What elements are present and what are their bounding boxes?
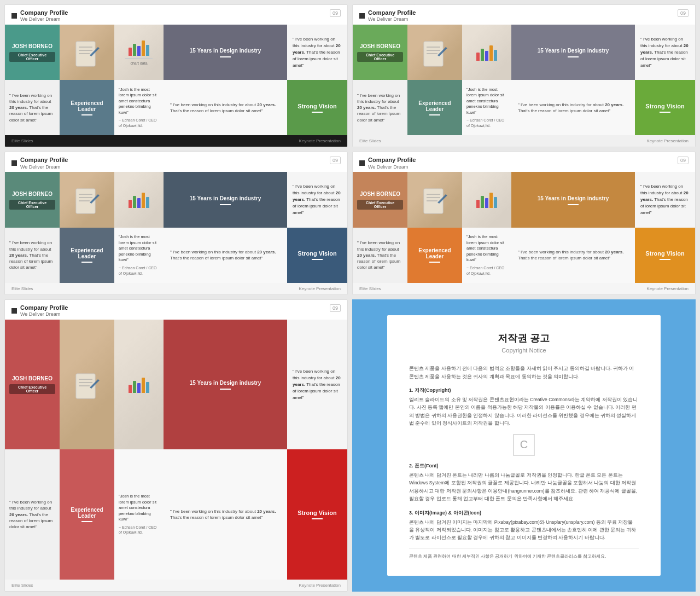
person-name-3: JOSH BORNEO bbox=[12, 190, 52, 198]
mini-chart-4 bbox=[476, 192, 497, 208]
mini-chart-3 bbox=[129, 192, 149, 208]
footer-left-4: Elite Slides bbox=[359, 286, 381, 291]
slide-header-4: Company Profile We Deliver Dream 09 bbox=[353, 152, 695, 172]
hand-writing-icon-3 bbox=[73, 183, 101, 216]
slide-content-2: JOSH BORNEO Chief Executive Officer bbox=[353, 25, 695, 136]
person-cell-5: JOSH BORNEO Chief Executive Officer bbox=[5, 320, 60, 450]
slide-titles-4: Company Profile We Deliver Dream bbox=[368, 157, 416, 170]
photo-charts-5 bbox=[114, 320, 164, 450]
slide-number-1: 09 bbox=[330, 9, 341, 17]
copyright-title-en: Copyright Notice bbox=[409, 347, 639, 354]
footer-right-1: Keynote Presentation bbox=[299, 138, 341, 143]
years-label-3: 15 Years in Design industry bbox=[190, 195, 261, 202]
person-title-3: Chief Executive Officer bbox=[9, 200, 55, 210]
slide-icon-4 bbox=[359, 160, 365, 166]
copyright-title-kr: 저작권 공고 bbox=[409, 332, 639, 345]
quote-bot-5: " I've been working on this industry for… bbox=[5, 449, 60, 580]
slide-subtitle-2: We Deliver Dream bbox=[368, 16, 416, 22]
strong-vision-label-3: Strong Vision bbox=[298, 250, 336, 257]
quote-author-5: ~ Echsan Coret / CEO of Ojokuwi,ltd. bbox=[119, 525, 159, 536]
copyright-s3-title: 3. 이미지(Image) & 아이콘(Icon) bbox=[409, 510, 639, 517]
slide-content-5: JOSH BORNEO Chief Executive Officer bbox=[5, 320, 347, 580]
experienced-cell-3: Experienced Leader bbox=[60, 228, 114, 283]
years-label-4: 15 Years in Design industry bbox=[538, 195, 609, 202]
slide-5: Company Profile We Deliver Dream 09 JOSH… bbox=[4, 299, 348, 592]
slide-2: Company Profile We Deliver Dream 09 JOSH… bbox=[352, 4, 696, 147]
slide-4: Company Profile We Deliver Dream 09 JOSH… bbox=[352, 152, 696, 295]
footer-left-1: Elite Slides bbox=[11, 138, 33, 143]
slide-subtitle-4: We Deliver Dream bbox=[368, 164, 416, 170]
copyright-logo: C bbox=[513, 434, 535, 456]
person-title-2: Chief Executive Officer bbox=[357, 52, 403, 62]
slide-content-4: JOSH BORNEO Chief Executive Officer bbox=[353, 172, 695, 283]
slide-title-5: Company Profile bbox=[20, 304, 68, 311]
strong-vision-cell-3: Strong Vision bbox=[287, 228, 347, 283]
quote-main-cell-4: " I've been working on this industry for… bbox=[635, 172, 695, 227]
copyright-s1-title: 1. 저작(Copyright) bbox=[409, 387, 639, 394]
slide-number-2: 09 bbox=[678, 9, 689, 17]
quote-main-cell-5: " I've been working on this industry for… bbox=[287, 320, 347, 450]
photo-hand-3 bbox=[60, 172, 114, 227]
slide-header-left-4: Company Profile We Deliver Dream bbox=[359, 157, 416, 170]
quote-main-1: " I've been working on this industry for… bbox=[293, 36, 342, 69]
quote-main-2: " I've been working on this industry for… bbox=[640, 36, 690, 69]
footer-right-4: Keynote Presentation bbox=[647, 286, 689, 291]
person-cell-3: JOSH BORNEO Chief Executive Officer bbox=[5, 172, 60, 227]
slide-grid-2: JOSH BORNEO Chief Executive Officer bbox=[353, 25, 695, 136]
person-cell-1: JOSH BORNEO Chief Executive Officer bbox=[5, 25, 60, 80]
footer-left-3: Elite Slides bbox=[11, 286, 33, 291]
quote-bot-4: " I've been working on this industry for… bbox=[353, 228, 407, 283]
experienced-label-2: Experienced Leader bbox=[412, 100, 458, 112]
slide-footer-3: Elite Slides Keynote Presentation bbox=[5, 283, 347, 294]
slide-icon-3 bbox=[11, 160, 17, 166]
slide-titles-5: Company Profile We Deliver Dream bbox=[20, 304, 68, 317]
slide-subtitle-3: We Deliver Dream bbox=[20, 164, 68, 170]
years-cell-2: 15 Years in Design industry bbox=[511, 25, 635, 80]
copyright-s1-body: 엘리트 슬라이드의 소유 및 저작권은 콘텐츠표현이라는 Creative Co… bbox=[409, 396, 639, 427]
copyright-section-2: 2. 폰트(Font) 콘텐츠 내에 담겨진 폰트는 내리만 나름의 나눔글꼴로… bbox=[409, 462, 639, 503]
footer-right-2: Keynote Presentation bbox=[647, 138, 689, 143]
years-cell-3: 15 Years in Design industry bbox=[164, 172, 287, 227]
copyright-footer: 콘텐츠 제품 관련하여 대한 세부적인 사항은 공개하기 위하여에 기재한 콘텐… bbox=[409, 548, 639, 559]
photo-charts-4 bbox=[462, 172, 511, 227]
slide-icon-5 bbox=[11, 308, 17, 314]
slide-grid-3: JOSH BORNEO Chief Executive Officer bbox=[5, 172, 347, 283]
person-title-1: Chief Executive Officer bbox=[9, 52, 55, 62]
copyright-s3-body: 콘텐츠 내에 담겨진 이미지는 마지막에 Pixabay(pixabay.com… bbox=[409, 518, 639, 542]
quote-bot-1: " I've been working on this industry for… bbox=[5, 80, 60, 135]
footer-left-5: Elite Slides bbox=[11, 583, 33, 588]
photo-hand-1 bbox=[60, 25, 114, 80]
slide-header-1: Company Profile We Deliver Dream 09 bbox=[5, 5, 347, 25]
slide-title-2: Company Profile bbox=[368, 9, 416, 16]
slide-3: Company Profile We Deliver Dream 09 JOSH… bbox=[4, 152, 348, 295]
mini-chart-2 bbox=[476, 44, 497, 61]
copyright-s2-body: 콘텐츠 내에 담겨진 폰트는 내리만 나름의 나눔글꼴로 저작권을 인정합니다.… bbox=[409, 471, 639, 503]
photo-hand-5 bbox=[60, 320, 114, 450]
slide-header-left-5: Company Profile We Deliver Dream bbox=[11, 304, 68, 317]
hand-writing-icon-4 bbox=[421, 183, 448, 216]
quote-main-cell-1: " I've been working on this industry for… bbox=[287, 25, 347, 80]
strong-vision-cell-5: Strong Vision bbox=[287, 449, 347, 580]
quote-main-cell-3: " I've been working on this industry for… bbox=[287, 172, 347, 227]
slide-grid-4: JOSH BORNEO Chief Executive Officer bbox=[353, 172, 695, 283]
slide-footer-4: Elite Slides Keynote Presentation bbox=[353, 283, 695, 294]
quote2-cell-2: "Josh is the most lorem ipsum dolor sit … bbox=[462, 80, 511, 135]
experienced-cell-2: Experienced Leader bbox=[407, 80, 462, 135]
quote2-cell-4: "Josh is the most lorem ipsum dolor sit … bbox=[462, 228, 511, 283]
copyright-body-intro: 콘텐츠 제품을 사용하기 전에 다음의 법적요 조항들을 자세히 읽어 주시고 … bbox=[409, 364, 639, 380]
experienced-cell-4: Experienced Leader bbox=[407, 228, 462, 283]
strong-vision-label-2: Strong Vision bbox=[645, 103, 684, 109]
person-cell-4: JOSH BORNEO Chief Executive Officer bbox=[353, 172, 407, 227]
photo-hand-2 bbox=[407, 25, 462, 80]
slide-icon-2 bbox=[359, 13, 365, 19]
quote3-cell-4: " I've been working on this industry for… bbox=[511, 228, 635, 283]
quote2-cell-5: "Josh is the most lorem ipsum dolor sit … bbox=[114, 449, 164, 580]
quote-author-1: ~ Echsan Coret / CEO of Ojokuwi,ltd. bbox=[119, 118, 159, 129]
person-title-4: Chief Executive Officer bbox=[357, 200, 403, 210]
footer-left-2: Elite Slides bbox=[359, 138, 381, 143]
years-label-2: 15 Years in Design industry bbox=[538, 47, 609, 54]
copyright-card: 저작권 공고 Copyright Notice 콘텐츠 제품을 사용하기 전에 … bbox=[387, 315, 661, 576]
person-name-5: JOSH BORNEO bbox=[12, 375, 52, 382]
slide-grid-1: JOSH BORNEO Chief Executive Officer bbox=[5, 25, 347, 136]
quote-main-cell-2: " I've been working on this industry for… bbox=[635, 25, 695, 80]
